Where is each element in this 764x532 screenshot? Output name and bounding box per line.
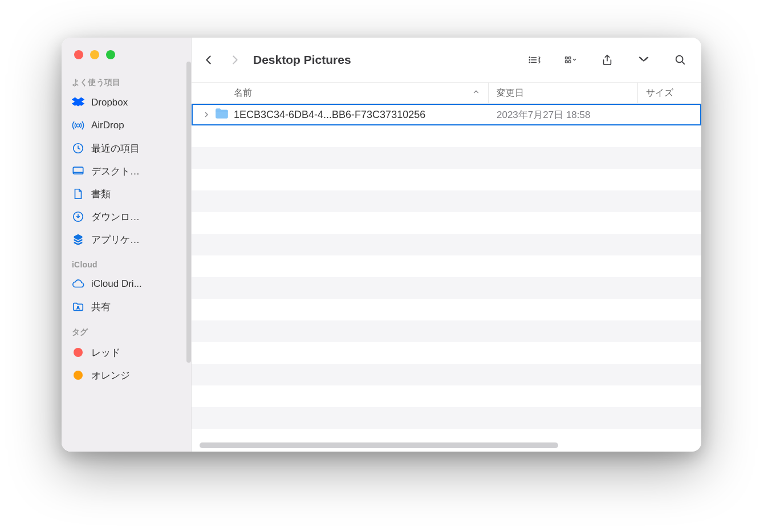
close-button[interactable] <box>74 50 83 59</box>
sidebar-item-label: Dropbox <box>91 97 128 108</box>
toolbar-right <box>526 48 691 71</box>
empty-row <box>192 320 701 342</box>
column-label-date: 変更日 <box>497 87 524 99</box>
dropbox-icon <box>72 96 84 109</box>
sidebar-item-label: アプリケ… <box>91 233 140 246</box>
sidebar-scrollbar[interactable] <box>186 62 191 363</box>
empty-row <box>192 342 701 364</box>
sidebar-item-icloud-drive[interactable]: iCloud Dri... <box>62 273 191 295</box>
svg-rect-9 <box>565 60 567 63</box>
empty-row <box>192 255 701 277</box>
column-label-size: サイズ <box>646 87 673 99</box>
minimize-button[interactable] <box>90 50 99 59</box>
sidebar-item-label: 共有 <box>91 300 111 314</box>
fullscreen-button[interactable] <box>106 50 115 59</box>
group-button[interactable] <box>562 48 579 71</box>
empty-row <box>192 147 701 169</box>
documents-icon <box>72 188 84 200</box>
file-row[interactable]: 1ECB3C34-6DB4-4...BB6-F73C37310256 2023年… <box>192 104 701 125</box>
sort-ascending-icon <box>472 88 480 98</box>
back-button[interactable] <box>197 48 220 71</box>
tag-red-icon <box>72 346 84 359</box>
sidebar-item-tag-orange[interactable]: オレンジ <box>62 364 191 387</box>
svg-rect-2 <box>73 167 83 174</box>
downloads-icon <box>72 210 84 223</box>
sidebar-section-tags: タグ <box>62 318 191 341</box>
column-header: 名前 変更日 サイズ <box>192 82 701 104</box>
apps-icon <box>72 233 84 246</box>
toolbar: Desktop Pictures <box>192 38 701 82</box>
column-header-date[interactable]: 変更日 <box>489 83 638 103</box>
empty-row <box>192 190 701 212</box>
more-button[interactable] <box>635 48 652 71</box>
main-area: Desktop Pictures <box>192 38 701 452</box>
search-button[interactable] <box>672 48 689 71</box>
sidebar-item-label: iCloud Dri... <box>91 278 142 290</box>
sidebar-content: よく使う項目 Dropbox AirDrop 最近の項目 <box>62 71 191 452</box>
file-row-size-cell <box>638 104 701 125</box>
file-row-name-cell: 1ECB3C34-6DB4-4...BB6-F73C37310256 <box>192 104 489 125</box>
folder-icon <box>214 107 229 123</box>
sidebar-item-dropbox[interactable]: Dropbox <box>62 91 191 114</box>
view-mode-button[interactable] <box>526 48 543 71</box>
sidebar-item-airdrop[interactable]: AirDrop <box>62 114 191 137</box>
sidebar-item-tag-red[interactable]: レッド <box>62 341 191 364</box>
svg-point-6 <box>529 59 530 60</box>
sidebar-item-label: 書類 <box>91 188 111 201</box>
column-header-size[interactable]: サイズ <box>638 83 701 103</box>
sidebar-section-icloud: iCloud <box>62 251 191 273</box>
sidebar-item-label: オレンジ <box>91 369 130 382</box>
tag-orange-icon <box>72 369 84 381</box>
desktop-icon <box>72 165 84 177</box>
sidebar-item-downloads[interactable]: ダウンロ… <box>62 205 191 228</box>
sidebar-item-shared[interactable]: 共有 <box>62 295 191 318</box>
file-row-date-cell: 2023年7月27日 18:58 <box>489 104 638 125</box>
horizontal-scrollbar[interactable] <box>197 442 696 448</box>
scrollbar-thumb[interactable] <box>200 442 558 448</box>
disclosure-triangle-icon[interactable] <box>203 111 210 118</box>
finder-window: よく使う項目 Dropbox AirDrop 最近の項目 <box>62 38 701 452</box>
file-name: 1ECB3C34-6DB4-4...BB6-F73C37310256 <box>234 109 489 121</box>
empty-row <box>192 385 701 407</box>
empty-row <box>192 407 701 429</box>
empty-row <box>192 277 701 299</box>
forward-button[interactable] <box>223 48 246 71</box>
svg-point-7 <box>529 62 530 63</box>
svg-point-0 <box>76 124 80 127</box>
empty-row <box>192 212 701 234</box>
empty-row <box>192 125 701 147</box>
airdrop-icon <box>72 119 84 132</box>
empty-row <box>192 299 701 320</box>
empty-row <box>192 364 701 385</box>
sidebar-item-label: レッド <box>91 346 120 359</box>
column-label-name: 名前 <box>234 87 252 99</box>
file-modified: 2023年7月27日 18:58 <box>497 108 590 121</box>
sidebar: よく使う項目 Dropbox AirDrop 最近の項目 <box>62 38 192 452</box>
sidebar-item-desktop[interactable]: デスクト… <box>62 160 191 182</box>
share-button[interactable] <box>599 48 616 71</box>
svg-point-5 <box>529 57 530 58</box>
svg-rect-11 <box>568 60 571 63</box>
svg-rect-8 <box>565 57 567 59</box>
empty-row <box>192 169 701 190</box>
sidebar-section-favorites: よく使う項目 <box>62 74 191 91</box>
shared-folder-icon <box>72 300 84 313</box>
sidebar-item-label: 最近の項目 <box>91 142 140 155</box>
sidebar-item-label: AirDrop <box>91 120 124 131</box>
sidebar-item-applications[interactable]: アプリケ… <box>62 228 191 251</box>
recents-icon <box>72 142 84 155</box>
column-header-name[interactable]: 名前 <box>192 83 489 103</box>
empty-row <box>192 234 701 255</box>
sidebar-item-recents[interactable]: 最近の項目 <box>62 137 191 160</box>
cloud-icon <box>72 278 84 290</box>
sidebar-item-label: デスクト… <box>91 165 140 178</box>
traffic-lights <box>62 38 191 71</box>
file-list[interactable]: 1ECB3C34-6DB4-4...BB6-F73C37310256 2023年… <box>192 104 701 452</box>
sidebar-item-documents[interactable]: 書類 <box>62 182 191 205</box>
svg-rect-10 <box>568 57 571 59</box>
sidebar-item-label: ダウンロ… <box>91 210 140 224</box>
window-title: Desktop Pictures <box>250 53 359 67</box>
